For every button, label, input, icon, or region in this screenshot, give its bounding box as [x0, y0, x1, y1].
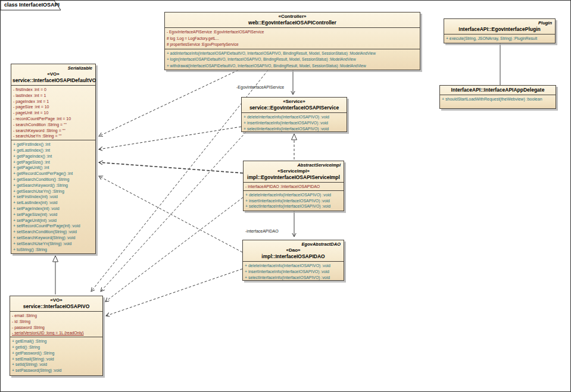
dependency-service-vo — [101, 132, 246, 291]
association-role-label-dao: -interfaceAPIDAO — [245, 229, 279, 233]
member-row: + getSearchUseYn() :String — [13, 189, 93, 195]
member-row: + setPageIndex(int) :void — [13, 206, 93, 212]
operations-compartment: + deleteInterfaceInfo(InterfaceIOSAPIVO)… — [243, 261, 344, 280]
member-row: + setLastIndex(int) :void — [13, 200, 93, 206]
class-interfaceapiappdelegate[interactable]: InterfaceAPI::InterfaceAPIAppDelegate + … — [439, 85, 556, 109]
member-row: + setPassword(String) :void — [12, 368, 101, 374]
parent-annotation: EgovAbstractDAO — [244, 242, 342, 247]
attributes-compartment: - email :String- id :String- password :S… — [10, 311, 102, 337]
member-row: + deleteInterfaceInfo(InterfaceIOSAPIVO)… — [245, 192, 342, 198]
operations-compartment: + deleteInterfaceInfo(InterfaceIOSAPIVO)… — [242, 112, 347, 131]
dependency-controller-defaultvo — [99, 70, 238, 136]
parent-annotation: AbstractServiceImpl — [245, 162, 342, 168]
stereotype: «Service» — [243, 99, 345, 105]
member-row: - pageSize :int = 10 — [13, 104, 93, 110]
member-row: + getRecordCountPerPage() :int — [13, 171, 93, 177]
member-row: + insertInterfaceInfo(InterfaceIOSAPIVO)… — [244, 120, 345, 126]
association-role-label-service: -EgovInterfaceAPIService — [236, 85, 284, 89]
member-row: + getId() :String — [12, 344, 101, 350]
class-interfaceiosapidefaultvo[interactable]: Serializable «VO» service::InterfaceIOSA… — [11, 64, 96, 254]
member-row: + insertInterfaceInfo(InterfaceIOSAPIVO)… — [245, 269, 342, 275]
diagram-title: class InterfaceIOSAPI — [4, 2, 60, 8]
member-row: + shouldStartLoadWithRequest(theWebview)… — [442, 96, 554, 102]
class-name: impl::EgovInterfaceIOSAPIServiceImpl — [245, 174, 342, 181]
class-name: web::EgovInterfaceIOSAPIController — [166, 20, 419, 26]
member-row: + setEmail(String) :void — [12, 356, 101, 362]
stereotype: «VO» — [11, 297, 101, 303]
class-name: service::InterfaceIOSAPIVO — [11, 303, 101, 310]
member-row: + deleteInterfaceInfo(InterfaceIOSAPIVO)… — [244, 114, 345, 120]
member-row: - password :String — [12, 325, 101, 331]
member-row: # log :Log = LogFactory.getL... — [167, 36, 418, 42]
operations-compartment: + deleteInterfaceInfo(InterfaceIOSAPIVO)… — [244, 190, 344, 211]
member-row: - searchUseYn :String = "" — [13, 133, 93, 139]
class-header: Serializable «VO» service::InterfaceIOSA… — [11, 64, 95, 85]
member-row: - EgovInterfaceAPIService :EgovInterface… — [167, 29, 418, 36]
member-row: + getSearchCondition() :String — [13, 177, 93, 183]
member-row: + selectInterfaceInfo(InterfaceIOSAPIVO)… — [245, 203, 342, 209]
stereotype: «ServiceImpl» — [245, 168, 342, 174]
member-row: + deleteInterfaceInfo(InterfaceIOSAPIVO)… — [245, 263, 342, 269]
class-header: AbstractServiceImpl «ServiceImpl» impl::… — [244, 161, 344, 182]
operations-compartment: + getEmail() :String+ getId() :String+ g… — [10, 337, 102, 375]
member-row: + setSearchCondition(String) :void — [13, 229, 93, 235]
dependency-serviceimpl-defaultvo — [99, 162, 243, 173]
interface-annotation: Serializable — [13, 65, 94, 71]
member-row: - recordCountPerPage :int = 10 — [13, 116, 93, 122]
member-row: + selectInterfaceInfo(InterfaceIOSAPIVO)… — [244, 126, 345, 131]
class-name: impl::InterfaceIOSAPIDAO — [244, 253, 342, 260]
member-row: + getSearchKeyword() :String — [13, 183, 93, 189]
member-row: + getPassword() :String — [12, 350, 101, 356]
class-name: InterfaceAPI::InterfaceAPIAppDelegate — [441, 87, 554, 93]
dependency-dao-defaultvo — [99, 176, 242, 252]
class-name: service::InterfaceIOSAPIDefaultVO — [13, 77, 94, 84]
dependency-serviceimpl-vo — [105, 197, 243, 302]
member-row: + setRecordCountPerPage(int) :void — [13, 223, 93, 229]
class-header: «Controller» web::EgovInterfaceIOSAPICon… — [165, 12, 420, 27]
operations-compartment: + execute(String, JSONArray, String) :Pl… — [444, 34, 555, 43]
class-header: «Service» service::EgovInterfaceIOSAPISe… — [242, 98, 347, 112]
member-row: - serialVersionUID :long = 1L {readOnly} — [12, 330, 101, 336]
attributes-compartment: - interfaceAPIDAO :InterfaceIOSAPIDAO — [244, 182, 344, 190]
member-row: - searchCondition :String = "" — [13, 122, 93, 128]
member-row: + getPageUnit() :int — [13, 165, 93, 171]
member-row: # propertiesService :EgovPropertyService — [167, 42, 418, 48]
member-row: + toString() :String — [13, 247, 93, 253]
member-row: + getEmail() :String — [12, 338, 101, 344]
operations-compartment: + shouldStartLoadWithRequest(theWebview)… — [440, 95, 556, 108]
class-header: InterfaceAPI::InterfaceAPIAppDelegate — [440, 86, 556, 95]
member-row: - email :String — [12, 313, 101, 319]
member-row: + setSearchUseYn(String) :void — [13, 241, 93, 247]
member-row: - id :String — [12, 319, 101, 325]
member-row: - pageUnit :int = 10 — [13, 110, 93, 116]
class-egovinterfaceiosapiserviceimpl[interactable]: AbstractServiceImpl «ServiceImpl» impl::… — [243, 161, 344, 211]
member-row: + setId(String) :void — [12, 362, 101, 368]
member-row: + setPageUnit(int) :void — [13, 218, 93, 224]
class-interfaceiosapivo[interactable]: «VO» service::InterfaceIOSAPIVO - email … — [10, 296, 103, 376]
class-name: InterfaceAPI::EgovInterfacePlugin — [445, 26, 554, 33]
dependency-dao-vo — [106, 269, 242, 316]
uml-class-diagram: class InterfaceIOSAPI -EgovInterfaceAPIS… — [0, 0, 571, 392]
member-row: - lastIndex :int = 1 — [13, 93, 93, 99]
member-row: + setFirstIndex(int) :void — [13, 194, 93, 200]
member-row: + setPageSize(int) :void — [13, 212, 93, 218]
member-row: + withdrawal(InterfaceIOSAPIDefaultVO, I… — [167, 63, 418, 70]
member-row: + setSearchKeyword(String) :void — [13, 235, 93, 241]
stereotype: «Controller» — [166, 14, 419, 20]
class-egovinterfaceiosapiservice[interactable]: «Service» service::EgovInterfaceIOSAPISe… — [241, 97, 347, 132]
member-row: + getPageIndex() :int — [13, 153, 93, 159]
class-header: «VO» service::InterfaceIOSAPIVO — [10, 296, 102, 311]
class-name: service::EgovInterfaceIOSAPIService — [243, 105, 345, 111]
member-row: + getFirstIndex() :int — [13, 142, 93, 148]
class-interfaceiosapidao[interactable]: EgovAbstractDAO «Dao» impl::InterfaceIOS… — [242, 240, 344, 281]
operations-compartment: + getFirstIndex() :int+ getLastIndex() :… — [11, 140, 95, 253]
member-row: + getPageSize() :int — [13, 159, 93, 165]
member-row: + selectInterfaceInfo(InterfaceIOSAPIVO)… — [245, 275, 342, 280]
class-header: EgovAbstractDAO «Dao» impl::InterfaceIOS… — [243, 240, 344, 261]
stereotype: «VO» — [13, 71, 94, 77]
class-egovinterfaceiosapicontroller[interactable]: «Controller» web::EgovInterfaceIOSAPICon… — [164, 12, 420, 70]
class-egovinterfaceplugin[interactable]: Plugin InterfaceAPI::EgovInterfacePlugin… — [444, 18, 556, 43]
class-header: Plugin InterfaceAPI::EgovInterfacePlugin — [444, 19, 555, 34]
member-row: + addInterfaceInfo(InterfaceIOSAPIDefaul… — [167, 51, 418, 57]
member-row: + insertInterfaceInfo(InterfaceIOSAPIVO)… — [245, 198, 342, 204]
